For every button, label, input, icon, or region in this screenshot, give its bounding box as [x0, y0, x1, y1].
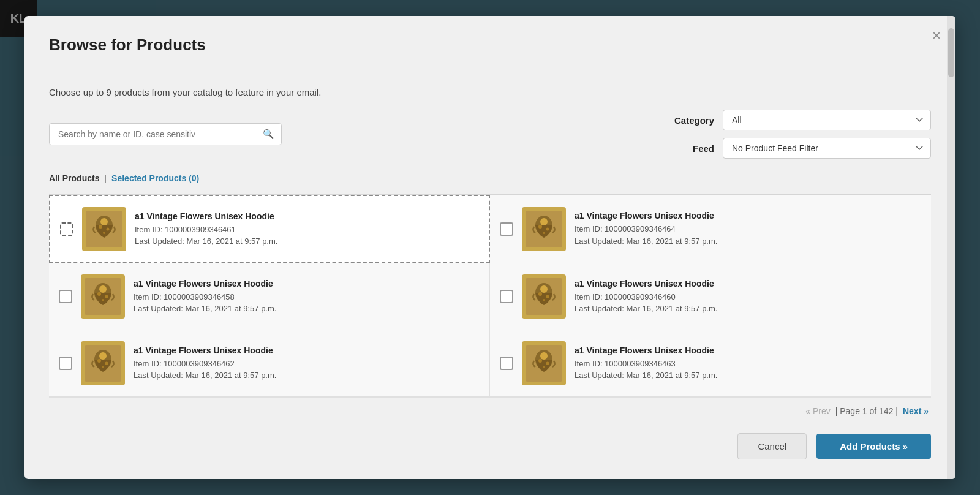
product-id: Item ID: 1000003909346462 [134, 358, 480, 370]
svg-point-10 [546, 227, 549, 230]
product-info: a1 Vintage Flowers Unisex Hoodie Item ID… [134, 346, 480, 382]
svg-point-34 [546, 362, 549, 365]
product-thumbnail [522, 207, 566, 251]
product-updated: Last Updated: Mar 16, 2021 at 9:57 p.m. [134, 303, 480, 315]
search-input[interactable] [49, 123, 282, 145]
product-info: a1 Vintage Flowers Unisex Hoodie Item ID… [134, 279, 480, 315]
modal-footer: Cancel Add Products » [49, 433, 931, 459]
svg-point-8 [540, 218, 548, 225]
product-id: Item ID: 1000003909346464 [575, 223, 921, 235]
product-thumbnail [81, 341, 125, 385]
close-button[interactable]: × [932, 28, 941, 43]
scrollbar[interactable] [947, 16, 956, 479]
svg-point-5 [103, 232, 105, 234]
product-info: a1 Vintage Flowers Unisex Hoodie Item ID… [575, 346, 921, 382]
svg-point-15 [97, 292, 101, 296]
product-name: a1 Vintage Flowers Unisex Hoodie [575, 279, 921, 289]
scrollbar-thumb[interactable] [948, 28, 954, 77]
product-name: a1 Vintage Flowers Unisex Hoodie [134, 346, 480, 355]
product-checkbox[interactable] [60, 222, 74, 236]
modal-divider [49, 72, 931, 72]
modal-subtitle: Choose up to 9 products from your catalo… [49, 87, 931, 97]
pagination-next[interactable]: Next » [903, 406, 929, 416]
product-thumbnail [81, 274, 125, 319]
svg-point-32 [540, 352, 548, 360]
svg-point-16 [105, 295, 108, 298]
product-updated: Last Updated: Mar 16, 2021 at 9:57 p.m. [135, 235, 479, 248]
product-updated: Last Updated: Mar 16, 2021 at 9:57 p.m. [575, 235, 921, 248]
cancel-button[interactable]: Cancel [737, 433, 807, 459]
tab-selected-products[interactable]: Selected Products (0) [111, 173, 199, 183]
svg-point-22 [546, 295, 549, 298]
product-id: Item ID: 1000003909346458 [134, 291, 480, 303]
product-updated: Last Updated: Mar 16, 2021 at 9:57 p.m. [575, 369, 921, 382]
product-updated: Last Updated: Mar 16, 2021 at 9:57 p.m. [575, 303, 921, 315]
product-id: Item ID: 1000003909346460 [575, 291, 921, 303]
controls-row: 🔍 Category All Feed No Product Feed Filt… [49, 110, 931, 159]
svg-point-20 [540, 285, 548, 293]
product-id: Item ID: 1000003909346461 [135, 224, 479, 236]
svg-point-29 [102, 366, 104, 368]
feed-select[interactable]: No Product Feed Filter [723, 138, 931, 159]
svg-point-4 [107, 228, 110, 231]
product-updated: Last Updated: Mar 16, 2021 at 9:57 p.m. [134, 369, 480, 382]
svg-point-27 [97, 359, 101, 363]
product-name: a1 Vintage Flowers Unisex Hoodie [134, 279, 480, 289]
product-info: a1 Vintage Flowers Unisex Hoodie Item ID… [135, 211, 479, 248]
product-name: a1 Vintage Flowers Unisex Hoodie [575, 211, 921, 221]
product-checkbox[interactable] [59, 357, 72, 370]
products-grid: a1 Vintage Flowers Unisex Hoodie Item ID… [49, 194, 931, 397]
product-info: a1 Vintage Flowers Unisex Hoodie Item ID… [575, 211, 921, 247]
product-item[interactable]: a1 Vintage Flowers Unisex Hoodie Item ID… [49, 330, 490, 397]
product-id: Item ID: 1000003909346463 [575, 358, 921, 370]
tabs-row: All Products | Selected Products (0) [49, 173, 931, 183]
feed-filter: Feed No Product Feed Filter [671, 138, 931, 159]
product-item[interactable]: a1 Vintage Flowers Unisex Hoodie Item ID… [490, 195, 931, 263]
browse-products-modal: × Browse for Products Choose up to 9 pro… [24, 16, 956, 479]
svg-point-23 [543, 299, 545, 301]
product-info: a1 Vintage Flowers Unisex Hoodie Item ID… [575, 279, 921, 315]
product-checkbox[interactable] [500, 290, 513, 303]
filter-row: Category All Feed No Product Feed Filter [671, 110, 931, 159]
category-label: Category [671, 115, 714, 126]
product-checkbox[interactable] [59, 290, 72, 303]
svg-point-2 [100, 218, 108, 225]
product-item[interactable]: a1 Vintage Flowers Unisex Hoodie Item ID… [49, 263, 490, 330]
svg-point-3 [99, 225, 102, 229]
product-thumbnail [82, 207, 126, 251]
svg-point-11 [543, 232, 545, 234]
pagination-prev: « Prev [805, 406, 830, 416]
svg-point-26 [99, 352, 107, 360]
category-filter: Category All [671, 110, 931, 130]
product-name: a1 Vintage Flowers Unisex Hoodie [135, 211, 479, 221]
svg-point-14 [99, 285, 107, 293]
pagination-info: | Page 1 of 142 | [835, 406, 898, 416]
search-icon: 🔍 [263, 129, 274, 140]
modal-title: Browse for Products [49, 36, 931, 55]
svg-point-33 [538, 359, 542, 363]
add-products-button[interactable]: Add Products » [816, 434, 931, 459]
svg-point-21 [538, 292, 542, 296]
tab-all-products[interactable]: All Products [49, 173, 99, 183]
product-checkbox[interactable] [500, 222, 513, 236]
svg-point-28 [105, 362, 108, 365]
svg-point-9 [538, 225, 542, 229]
pagination-row: « Prev | Page 1 of 142 | Next » [49, 397, 931, 418]
product-thumbnail [522, 341, 566, 385]
feed-label: Feed [671, 143, 714, 154]
product-item[interactable]: a1 Vintage Flowers Unisex Hoodie Item ID… [490, 263, 931, 330]
category-select[interactable]: All [723, 110, 931, 130]
product-checkbox[interactable] [500, 357, 513, 370]
product-item[interactable]: a1 Vintage Flowers Unisex Hoodie Item ID… [490, 330, 931, 397]
tab-divider: | [104, 173, 107, 183]
product-item[interactable]: a1 Vintage Flowers Unisex Hoodie Item ID… [49, 195, 490, 263]
product-name: a1 Vintage Flowers Unisex Hoodie [575, 346, 921, 355]
svg-point-35 [543, 366, 545, 368]
product-thumbnail [522, 274, 566, 319]
modal-overlay: × Browse for Products Choose up to 9 pro… [0, 0, 980, 495]
search-wrap: 🔍 [49, 123, 282, 145]
svg-point-17 [102, 299, 104, 301]
